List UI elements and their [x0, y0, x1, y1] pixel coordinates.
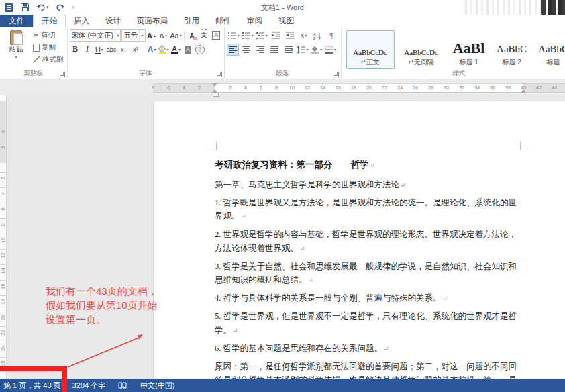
ruler-number: 6: [0, 206, 6, 213]
first-line-indent-marker[interactable]: [212, 83, 217, 87]
document-paragraph[interactable]: 5. 哲学是世界观，但是世界观不一定是哲学，只有理论化、系统化的世界观才是哲学。…: [215, 309, 525, 338]
change-case-button[interactable]: Aa▾: [170, 30, 182, 42]
character-shading-button[interactable]: A: [183, 44, 194, 56]
redo-button[interactable]: [56, 4, 65, 11]
superscript-button[interactable]: x²: [130, 44, 142, 56]
clipboard-dialog-launcher[interactable]: [60, 72, 65, 77]
justify-button[interactable]: [268, 44, 281, 56]
borders-button[interactable]: ▾: [324, 44, 338, 56]
ribbon-tab[interactable]: 引用: [176, 15, 207, 27]
sort-button[interactable]: AZ: [311, 30, 325, 42]
decrease-indent-button[interactable]: [269, 30, 282, 42]
annotation-line: 假如我们要从第10页开始: [46, 298, 158, 312]
document-paragraph[interactable]: 3. 哲学是关于自然、社会和思维发展最一般规律的学说，是自然知识、社会知识和思维…: [215, 260, 525, 288]
style-card[interactable]: AaBbCcDc↵正文: [346, 30, 395, 69]
vertical-ruler[interactable]: 422468101214161820222426: [0, 95, 7, 379]
ribbon: 粘贴 ▾ ✂剪切 复制 格式刷 剪贴板 宋体 (中文正)▾ 五号▾ A▲ A▼ …: [0, 27, 565, 79]
document-paragraph[interactable]: 原因：第一，是任何哲学派别都无法回避的首要问题；第二，对这一问题的不同回答是划分…: [215, 360, 525, 379]
save-button[interactable]: [21, 3, 29, 11]
font-size-combobox[interactable]: 五号▾: [121, 29, 145, 42]
ruler-number: 30: [444, 85, 449, 91]
style-card[interactable]: AaBbC标题: [534, 30, 565, 69]
bullets-button[interactable]: ▾: [227, 30, 240, 42]
ruler-number: 2: [229, 85, 232, 91]
ruler-number: 22: [0, 330, 6, 336]
style-card[interactable]: AaBl标题 1: [448, 30, 490, 69]
grow-font-button[interactable]: A▲: [146, 30, 158, 42]
copy-button[interactable]: 复制: [32, 42, 65, 53]
right-indent-marker[interactable]: [521, 89, 526, 93]
ruler-number: 10: [289, 85, 295, 91]
subscript-button[interactable]: x₂: [118, 44, 130, 56]
font-name-combobox[interactable]: 宋体 (中文正)▾: [70, 29, 121, 42]
ruler-number: 8: [275, 85, 278, 91]
ruler-number: 18: [0, 299, 6, 305]
ribbon-tab[interactable]: 设计: [97, 15, 129, 27]
ruler-number: 22: [382, 85, 387, 91]
ruler-number: 20: [0, 314, 6, 321]
customize-qat-button[interactable]: ▿: [72, 5, 75, 10]
document-paragraph[interactable]: 2. 世界观是哲学的内容与基础，哲学是世界观的理论形态。世界观决定着方法论，方法…: [215, 228, 525, 256]
underline-label: U: [95, 46, 101, 54]
cut-button[interactable]: ✂剪切: [32, 30, 65, 41]
shrink-font-button[interactable]: A▼: [158, 30, 170, 42]
shading-button[interactable]: ▾: [310, 44, 323, 56]
document-paragraph[interactable]: 4. 哲学与具体科学的关系是一般与个别、普遍与特殊的关系。↵: [215, 291, 525, 306]
save-icon: [21, 3, 29, 11]
window-title: 文档1 - Word: [261, 3, 304, 13]
strikethrough-button[interactable]: abc: [106, 44, 117, 56]
underline-button[interactable]: U▾: [94, 44, 105, 56]
bold-button[interactable]: B: [70, 44, 81, 56]
line-spacing-button[interactable]: ▾: [296, 44, 309, 56]
phonetic-guide-button[interactable]: 文: [199, 30, 210, 42]
style-card[interactable]: AaBbCcDc↵无间隔: [397, 30, 446, 69]
horizontal-ruler[interactable]: 8642246810121416182022242628303234363840…: [153, 83, 565, 93]
ruler-number: 26: [413, 85, 418, 91]
font-dialog-launcher[interactable]: [217, 72, 222, 77]
show-marks-button[interactable]: ¶: [325, 30, 339, 42]
format-painter-button[interactable]: 格式刷: [32, 54, 65, 65]
document-body[interactable]: 考研政治复习资料：第一部分——哲学↵第一章、马克思主义哲学是科学的世界观和方法论…: [215, 158, 525, 379]
style-card[interactable]: AaBbC标题 2: [493, 30, 531, 69]
align-left-button[interactable]: [227, 44, 239, 56]
chevron-down-icon: ▾: [115, 30, 119, 41]
proofing-status-button[interactable]: [118, 382, 127, 389]
highlight-button[interactable]: ▾: [158, 44, 170, 56]
asian-layout-button[interactable]: X▾: [297, 30, 311, 42]
paste-button[interactable]: 粘贴 ▾: [2, 28, 30, 70]
clear-formatting-button[interactable]: A: [187, 30, 198, 42]
left-indent-marker[interactable]: [213, 93, 219, 97]
font-name-value: 宋体 (中文正): [72, 31, 113, 40]
numbering-button[interactable]: ▾: [241, 30, 254, 42]
paragraph-mark: ↵: [232, 327, 238, 334]
status-word-count[interactable]: 3204 个字: [72, 381, 106, 391]
paragraph-dialog-launcher[interactable]: [333, 72, 339, 77]
undo-button[interactable]: ▾: [36, 4, 49, 11]
tab-file[interactable]: 文件: [0, 15, 33, 27]
italic-button[interactable]: I: [82, 44, 93, 56]
paragraph-mark: ↵: [299, 245, 305, 252]
align-center-button[interactable]: [240, 44, 253, 56]
ribbon-tab[interactable]: 邮件: [207, 15, 239, 27]
increase-indent-button[interactable]: [283, 30, 297, 42]
font-color-button[interactable]: A▾: [170, 44, 182, 56]
ribbon-tab[interactable]: 开始: [33, 15, 66, 27]
status-language[interactable]: 中文(中国): [140, 381, 174, 391]
ribbon-tab[interactable]: 视图: [270, 15, 302, 27]
ribbon-tab[interactable]: 插入: [66, 15, 97, 27]
document-paragraph[interactable]: 1. 哲学既是世界观又是方法论，是世界观和方法论的统一。是理论化、系统化的世界观…: [215, 196, 525, 224]
document-paragraph[interactable]: 6. 哲学的基本问题是思维和存在的关系问题。↵: [215, 342, 525, 356]
ribbon-tab[interactable]: 页面布局: [129, 15, 176, 27]
document-title[interactable]: 考研政治复习资料：第一部分——哲学↵: [215, 158, 525, 173]
distribute-button[interactable]: [282, 44, 295, 56]
word-app-icon[interactable]: [5, 3, 13, 12]
undo-icon: [36, 4, 45, 11]
redo-icon: [56, 4, 65, 11]
ribbon-tab[interactable]: 审阅: [239, 15, 270, 27]
text-effects-button[interactable]: A▾: [146, 44, 158, 56]
enclose-characters-button[interactable]: 字: [195, 44, 206, 56]
document-paragraph[interactable]: 第一章、马克思主义哲学是科学的世界观和方法论↵: [215, 178, 525, 193]
character-border-button[interactable]: A: [211, 30, 222, 42]
multilevel-list-button[interactable]: ▾: [255, 30, 268, 42]
align-right-button[interactable]: [254, 44, 267, 56]
